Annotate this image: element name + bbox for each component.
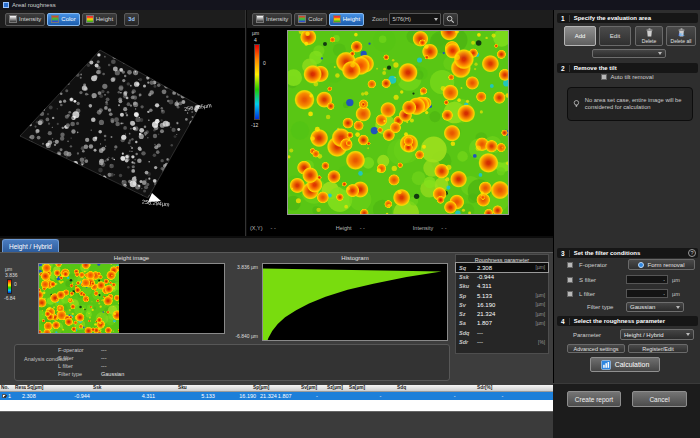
auto-tilt-checkbox[interactable] <box>601 74 607 80</box>
cell-s-filter: - <box>500 393 556 399</box>
zoom-value: 5/76(H) <box>392 16 410 22</box>
histogram-min-label: -6.840 µm <box>212 333 258 339</box>
cell-sdq: - <box>315 393 378 399</box>
auto-tilt-row: Auto tilt removal <box>554 74 700 80</box>
intensity-icon <box>9 15 17 23</box>
color-icon <box>51 15 59 23</box>
col-no: No. <box>0 385 14 391</box>
surface-3d-view[interactable] <box>0 28 246 236</box>
color-label: Color <box>61 16 75 22</box>
roughness-row-sv[interactable]: Sv 16.190 [µm] <box>456 300 548 309</box>
status-intensity-value: - - <box>441 225 446 231</box>
s-filter-input[interactable] <box>626 275 668 284</box>
tab-height-hybrid[interactable]: Height / Hybrid <box>2 239 59 252</box>
analysis-body: µm 3.836 0 -6.84 Height image Histogram … <box>0 252 553 385</box>
help-icon[interactable]: ? <box>688 249 696 257</box>
magnifier-button[interactable] <box>443 13 458 26</box>
parameter-value: Height / Hybrid <box>624 332 664 338</box>
row-checkbox[interactable] <box>2 394 6 398</box>
intensity-button[interactable]: Intensity <box>252 13 292 26</box>
height-button[interactable]: Height <box>82 13 117 26</box>
viewer-3d-toolbar: Intensity Color Height 3d <box>0 10 245 28</box>
add-area-button[interactable]: Add <box>564 26 596 46</box>
mini-colorbar-bottom-value: -6.84 <box>4 295 15 301</box>
area-list-select[interactable] <box>592 49 666 58</box>
section4-header: 4 Select the roughness parameter <box>557 316 698 326</box>
cell-sku: 4.311 <box>141 393 200 399</box>
auto-tilt-label: Auto tilt removal <box>610 74 653 80</box>
height-icon <box>333 15 341 23</box>
colorbar-unit: µm <box>252 30 259 36</box>
view-3d-icon[interactable]: 3d <box>124 13 139 26</box>
l-filter-checkbox[interactable] <box>567 291 573 297</box>
col-sdq: Sdq <box>396 385 476 391</box>
height-button[interactable]: Height <box>329 13 364 26</box>
roughness-row-sdq[interactable]: Sdq --- <box>456 328 548 337</box>
info-note: No area set case, entire image will be c… <box>567 87 693 121</box>
cursor-status-bar: (X,Y) - - Height - - Intensity - - <box>250 222 550 234</box>
dialog-actions: Create report Cancel <box>553 383 700 438</box>
condition-l-filter-value: --- <box>101 363 107 369</box>
cancel-button[interactable]: Cancel <box>632 391 687 407</box>
chevron-down-icon <box>686 333 690 336</box>
cell-f-operator: - <box>453 393 501 399</box>
magnifier-icon <box>446 15 455 24</box>
cell-sp: 5.133 <box>200 393 238 399</box>
form-removal-button[interactable]: Form removal <box>628 259 695 270</box>
color-button[interactable]: Color <box>294 13 326 26</box>
intensity-label: Intensity <box>266 16 288 22</box>
window-title: Areal roughness <box>12 2 56 8</box>
s-filter-unit: µm <box>672 277 680 283</box>
col-sv: Sv[µm] <box>300 385 326 391</box>
status-xy-label: (X,Y) <box>250 225 263 231</box>
height-map-view[interactable] <box>287 30 509 215</box>
color-icon <box>298 15 306 23</box>
status-intensity-label: Intensity <box>413 225 433 231</box>
roughness-row-sa[interactable]: Sa 1.807 [µm] <box>456 319 548 328</box>
condition-filter-type-value: Gaussian <box>101 371 124 377</box>
histogram-max-label: 3.836 µm <box>212 264 258 270</box>
filter-type-select[interactable]: Gaussian <box>626 302 684 312</box>
l-filter-input[interactable] <box>626 289 668 298</box>
edit-area-button[interactable]: Edit <box>599 26 631 46</box>
roughness-row-sp[interactable]: Sp 5.133 [µm] <box>456 291 548 300</box>
condition-s-filter-value: --- <box>101 355 107 361</box>
f-operator-checkbox[interactable] <box>567 262 573 268</box>
color-button[interactable]: Color <box>47 13 79 26</box>
advanced-settings-button[interactable]: Advanced settings <box>567 344 625 353</box>
app-icon <box>3 2 9 8</box>
condition-l-filter-label: L filter <box>58 363 73 369</box>
roughness-row-sku[interactable]: Sku 4.311 <box>456 282 548 291</box>
register-edit-button[interactable]: Register/Edit <box>628 344 688 353</box>
col-sp: Sp[µm] <box>252 385 300 391</box>
delete-area-button[interactable]: Delete <box>635 26 663 46</box>
intensity-button[interactable]: Intensity <box>5 13 45 26</box>
roughness-row-sdr[interactable]: Sdr --- [%] <box>456 337 548 346</box>
roughness-parameter-panel: Roughness parameter Sq 2.308 [µm] Ssk -0… <box>455 254 549 354</box>
chevron-down-icon <box>658 52 662 55</box>
mini-height-colorbar <box>7 279 12 294</box>
info-note-text: No area set case, entire image will be c… <box>585 97 687 112</box>
histogram-plot <box>263 264 447 340</box>
colorbar-top-value: 4 <box>254 37 257 43</box>
zoom-select[interactable]: 5/76(H) <box>389 13 441 25</box>
parameter-label: Parameter <box>573 332 601 338</box>
create-report-button[interactable]: Create report <box>567 391 621 407</box>
calculation-button[interactable]: Calculation <box>590 357 660 372</box>
delete-all-areas-button[interactable]: ALL Delete all <box>666 26 696 46</box>
s-filter-checkbox[interactable] <box>567 277 573 283</box>
cell-sz: 21.324 <box>259 393 277 399</box>
s-filter-label: S filter <box>579 277 596 283</box>
parameter-select[interactable]: Height / Hybrid <box>620 329 694 340</box>
cell-no: 1 <box>7 393 11 399</box>
f-operator-label: F-operator <box>579 262 607 268</box>
filter-type-value: Gaussian <box>630 304 655 310</box>
trash-icon <box>645 28 654 37</box>
roughness-row-ssk[interactable]: Ssk -0.944 <box>456 272 548 281</box>
height-image-view[interactable] <box>39 264 119 333</box>
result-row-selected[interactable]: 1 2.308 -0.944 4.311 5.133 16.190 21.324… <box>0 392 556 400</box>
roughness-row-sq[interactable]: Sq 2.308 [µm] <box>456 263 548 272</box>
histogram-title: Histogram <box>262 255 448 261</box>
roughness-row-sz[interactable]: Sz 21.324 [µm] <box>456 309 548 318</box>
cell-ssk: -0.944 <box>73 393 140 399</box>
